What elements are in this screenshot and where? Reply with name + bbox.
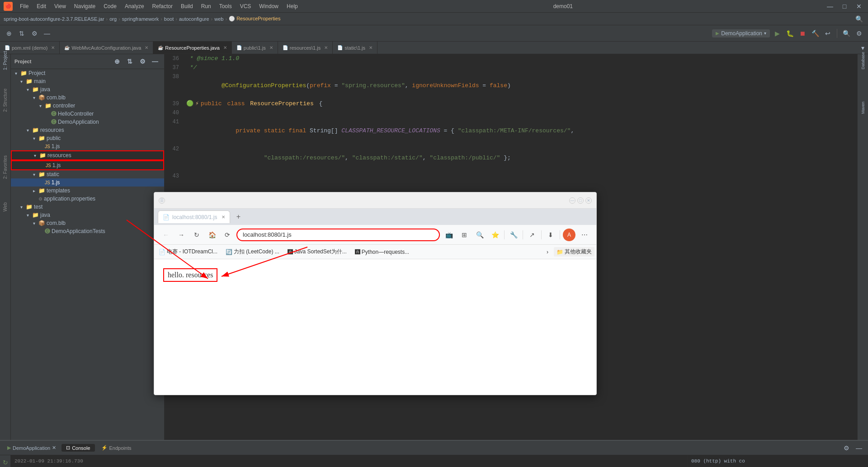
run-configuration[interactable]: ▶ DemoApplication ▾ <box>712 29 770 37</box>
tab-pom-xml[interactable]: 📄 pom.xml (demo) ✕ <box>0 42 60 54</box>
browser-cast-button[interactable]: 📺 <box>443 229 455 241</box>
browser-minimize[interactable]: — <box>569 197 576 204</box>
tree-templates[interactable]: ▸ 📁 templates <box>11 187 164 195</box>
browser-tab-btn[interactable]: ☰ <box>159 197 165 204</box>
tree-static-folder[interactable]: ▾ 📁 static <box>11 170 164 178</box>
tree-application-props[interactable]: ⚙ application.properties <box>11 195 164 203</box>
browser-download-btn[interactable]: ⬇ <box>544 229 557 241</box>
breadcrumb-boot[interactable]: boot <box>164 16 174 22</box>
browser-close[interactable]: ✕ <box>585 197 592 204</box>
tree-test-java[interactable]: ▾ 📁 java <box>11 211 164 219</box>
tab-resourceproperties[interactable]: ☕ ResourceProperties.java ✕ <box>153 42 231 54</box>
browser-tabs-button[interactable]: ⊞ <box>458 229 471 241</box>
tree-public-folder[interactable]: ▾ 📁 public <box>11 134 164 142</box>
browser-back-button[interactable]: ← <box>160 229 172 241</box>
browser-forward-button[interactable]: → <box>175 229 188 241</box>
tab-static-js[interactable]: 📄 static\1.js ✕ <box>333 42 377 54</box>
tree-controller[interactable]: ▾ 📁 controller <box>11 102 164 110</box>
browser-share-button[interactable]: ↗ <box>526 229 538 241</box>
menu-view[interactable]: View <box>51 2 70 10</box>
address-input[interactable] <box>243 231 434 238</box>
tab-public-js[interactable]: 📄 public\1.js ✕ <box>232 42 278 54</box>
stop-button[interactable]: ⏹ <box>797 28 808 39</box>
tab-webmvc-close[interactable]: ✕ <box>145 45 148 50</box>
tree-test-comblb[interactable]: ▾ 📦 com.blb <box>11 219 164 227</box>
maven-panel-icon[interactable]: Maven <box>859 103 868 112</box>
project-panel-icon[interactable]: 1: Project <box>1 56 10 65</box>
panel-close[interactable]: — <box>854 443 864 453</box>
tab-static-close[interactable]: ✕ <box>369 45 373 50</box>
bookmark-3[interactable]: 🅰 Java SortedSet为什... <box>285 247 349 257</box>
update-button[interactable]: ↩ <box>822 28 833 39</box>
database-panel-icon[interactable]: Database <box>859 56 868 65</box>
menu-refactor[interactable]: Refactor <box>149 2 176 10</box>
tree-java[interactable]: ▾ 📁 java <box>11 85 164 93</box>
minus-button[interactable]: — <box>42 28 52 39</box>
tree-main[interactable]: ▾ 📁 main <box>11 77 164 85</box>
browser-maximize[interactable]: □ <box>577 197 584 204</box>
menu-edit[interactable]: Edit <box>33 2 50 10</box>
console-restart[interactable]: ↻ <box>0 457 11 467</box>
breadcrumb-org[interactable]: org <box>109 16 117 22</box>
debug-button[interactable]: 🐛 <box>784 28 795 39</box>
browser-bookmark-button[interactable]: ⭐ <box>489 229 501 241</box>
structure-panel-icon[interactable]: 2: Structure <box>1 96 10 105</box>
menu-window[interactable]: Window <box>255 2 282 10</box>
menu-file[interactable]: File <box>16 2 32 10</box>
tree-resources-folder[interactable]: ▾ 📁 resources <box>11 126 164 134</box>
tab-public-close[interactable]: ✕ <box>269 45 273 50</box>
tree-resources-1js[interactable]: JS 1.js <box>11 160 164 170</box>
sync-button[interactable]: ⇅ <box>16 28 27 39</box>
browser-tab-active[interactable]: 📄 localhost:8080/1.js ✕ <box>158 210 230 223</box>
menu-tools[interactable]: Tools <box>216 2 236 10</box>
other-bookmarks[interactable]: 📁 其他收藏夹 <box>554 247 594 257</box>
menu-code[interactable]: Code <box>100 2 120 10</box>
browser-tab-close[interactable]: ✕ <box>222 215 225 219</box>
menu-vcs[interactable]: VCS <box>236 2 255 10</box>
browser-new-tab-button[interactable]: + <box>232 210 245 223</box>
tree-test[interactable]: ▾ 📁 test <box>11 203 164 211</box>
sidebar-close[interactable]: — <box>150 56 160 67</box>
tree-static-1js[interactable]: JS 1.js <box>11 178 164 187</box>
add-button[interactable]: ⊕ <box>4 28 14 39</box>
run-close[interactable]: ✕ <box>52 445 56 451</box>
run-button[interactable]: ▶ <box>772 28 783 39</box>
tree-project-root[interactable]: ▾ 📁 Project <box>11 69 164 77</box>
breadcrumb-jar[interactable]: spring-boot-autoconfigure-2.3.7.RELEASE.… <box>4 16 104 22</box>
web-panel-icon[interactable]: Web <box>1 202 10 211</box>
browser-unknown-btn[interactable]: ⟳ <box>221 229 234 241</box>
tab-console[interactable]: ⊡ Console <box>61 444 94 452</box>
menu-navigate[interactable]: Navigate <box>71 2 99 10</box>
bookmark-4[interactable]: 🅰 Python—requests... <box>352 248 412 256</box>
browser-zoom-button[interactable]: 🔍 <box>473 229 486 241</box>
settings-button[interactable]: ⚙ <box>29 28 40 39</box>
tree-public-1js[interactable]: JS 1.js <box>11 142 164 150</box>
favorites-panel-icon[interactable]: 2: Favorites <box>1 163 10 172</box>
close-button[interactable]: ✕ <box>854 1 864 12</box>
navigate-back[interactable]: 🔍 <box>854 14 864 24</box>
browser-refresh-button[interactable]: ↻ <box>190 229 203 241</box>
sidebar-settings[interactable]: ⚙ <box>137 56 148 67</box>
tabs-menu[interactable]: ▾ <box>857 42 868 53</box>
breadcrumb-web[interactable]: web <box>214 16 223 22</box>
maximize-button[interactable]: □ <box>839 1 850 12</box>
more-bookmarks[interactable]: › <box>544 248 551 256</box>
breadcrumb-class[interactable]: ⚪ ResourceProperties <box>229 16 280 22</box>
bookmark-2[interactable]: 🔄 力扣 (LeetCode) ... <box>223 247 282 257</box>
menu-run[interactable]: Run <box>198 2 215 10</box>
menu-help[interactable]: Help <box>283 2 302 10</box>
tab-resources-close[interactable]: ✕ <box>324 45 328 50</box>
tree-resources-highlighted[interactable]: ▾ 📁 resources <box>11 150 164 160</box>
sidebar-add[interactable]: ⊕ <box>112 56 123 67</box>
search-everywhere[interactable]: 🔍 <box>841 28 852 39</box>
panel-settings[interactable]: ⚙ <box>841 443 852 453</box>
tab-endpoints[interactable]: ⚡ Endpoints <box>97 444 136 452</box>
menu-build[interactable]: Build <box>177 2 197 10</box>
settings-gear[interactable]: ⚙ <box>854 28 864 39</box>
menu-analyze[interactable]: Analyze <box>121 2 148 10</box>
browser-user-avatar[interactable]: A <box>563 229 576 241</box>
tree-hellocontroller[interactable]: 🅒 HelloController <box>11 110 164 118</box>
tab-resourceprops-close[interactable]: ✕ <box>223 45 227 50</box>
tab-resources-js[interactable]: 📄 resources\1.js ✕ <box>278 42 333 54</box>
tree-demoapptests[interactable]: 🅒 DemoApplicationTests <box>11 227 164 235</box>
